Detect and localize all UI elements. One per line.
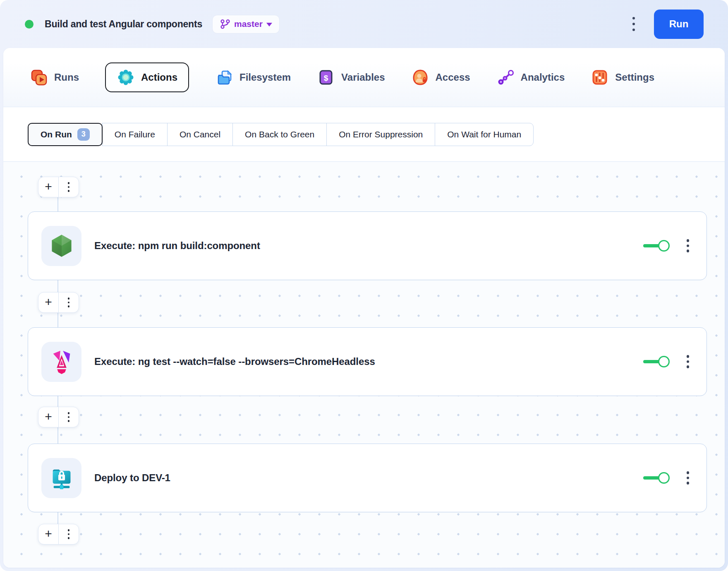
- variables-icon: $: [317, 68, 335, 86]
- plus-icon: +: [45, 410, 52, 423]
- event-tab-on-cancel[interactable]: On Cancel: [167, 123, 233, 146]
- add-action-button[interactable]: +: [38, 407, 58, 427]
- nodejs-icon: [49, 233, 74, 258]
- plus-icon: +: [45, 296, 52, 308]
- tab-access[interactable]: Access: [411, 68, 470, 86]
- event-tab-bar: On Run 3 On Failure On Cancel On Back to…: [3, 107, 725, 162]
- action-card-npm-build[interactable]: Execute: npm run build:component: [28, 211, 707, 280]
- tab-label: Access: [436, 72, 470, 83]
- angular-icon: [49, 349, 74, 374]
- plus-icon: +: [45, 180, 52, 193]
- pipeline-header: Build and test Angular components master…: [0, 0, 728, 48]
- action-enabled-toggle[interactable]: [643, 355, 671, 368]
- git-branch-icon: [220, 19, 230, 29]
- event-tab-label: On Wait for Human: [447, 130, 521, 139]
- add-action-group: +: [38, 407, 79, 427]
- event-tab-on-back-to-green[interactable]: On Back to Green: [232, 123, 327, 146]
- event-tab-label: On Back to Green: [245, 130, 314, 139]
- event-tab-on-wait-for-human[interactable]: On Wait for Human: [435, 123, 534, 146]
- add-action-menu-button[interactable]: [58, 407, 79, 427]
- main-panel: Runs Actions: [3, 48, 725, 568]
- action-controls: [643, 239, 690, 252]
- event-tab-label: On Cancel: [180, 130, 220, 139]
- action-icon-tile: [41, 342, 81, 382]
- tab-actions[interactable]: Actions: [105, 62, 189, 92]
- add-action-menu-button[interactable]: [58, 524, 79, 544]
- tab-settings[interactable]: Settings: [591, 68, 654, 86]
- action-card-ng-test[interactable]: Execute: ng test --watch=false --browser…: [28, 327, 707, 396]
- plus-icon: +: [45, 528, 52, 540]
- pipeline-title: Build and test Angular components: [45, 19, 202, 30]
- event-tab-group: On Run 3 On Failure On Cancel On Back to…: [28, 123, 534, 146]
- access-icon: [411, 68, 429, 86]
- tab-bar: Runs Actions: [3, 48, 725, 107]
- filesystem-icon: [215, 68, 233, 86]
- action-menu-button[interactable]: [687, 355, 690, 368]
- chevron-down-icon: [266, 23, 272, 26]
- add-action-group: +: [38, 292, 79, 313]
- tab-runs[interactable]: Runs: [30, 68, 79, 86]
- pipeline-menu-button[interactable]: [628, 13, 639, 35]
- event-tab-on-error-suppression[interactable]: On Error Suppression: [326, 123, 435, 146]
- add-action-button[interactable]: +: [38, 293, 58, 312]
- branch-name: master: [234, 19, 263, 29]
- add-action-button[interactable]: +: [38, 177, 58, 197]
- event-tab-on-run[interactable]: On Run 3: [28, 123, 103, 146]
- add-action-group: +: [38, 177, 79, 197]
- action-title: Execute: ng test --watch=false --browser…: [94, 356, 643, 367]
- event-tab-label: On Error Suppression: [339, 130, 423, 139]
- actions-icon: [117, 68, 135, 86]
- add-action-group: +: [38, 524, 79, 545]
- action-icon-tile: [41, 226, 81, 266]
- tab-filesystem[interactable]: Filesystem: [215, 68, 291, 86]
- tab-label: Filesystem: [239, 72, 291, 83]
- action-controls: [643, 355, 690, 368]
- run-button[interactable]: Run: [654, 10, 704, 39]
- tab-label: Runs: [54, 72, 79, 83]
- action-icon-tile: [41, 458, 81, 498]
- pipeline-window: Build and test Angular components master…: [0, 0, 728, 571]
- settings-icon: [591, 68, 609, 86]
- tab-analytics[interactable]: Analytics: [496, 68, 565, 86]
- action-card-deploy[interactable]: Deploy to DEV-1: [28, 444, 707, 512]
- tab-label: Analytics: [521, 72, 565, 83]
- action-enabled-toggle[interactable]: [643, 240, 671, 252]
- pipeline-canvas: + Execute: npm run build:component: [3, 162, 725, 568]
- action-controls: [643, 471, 690, 485]
- tab-label: Actions: [141, 72, 177, 83]
- branch-selector[interactable]: master: [212, 15, 280, 34]
- svg-text:$: $: [324, 74, 328, 82]
- on-run-count-badge: 3: [77, 128, 90, 141]
- tab-label: Settings: [615, 72, 654, 83]
- action-enabled-toggle[interactable]: [643, 472, 671, 484]
- add-action-menu-button[interactable]: [58, 177, 79, 197]
- deploy-lock-icon: [49, 465, 74, 490]
- tab-label: Variables: [341, 72, 385, 83]
- analytics-icon: [496, 68, 515, 86]
- event-tab-label: On Run: [41, 130, 72, 139]
- add-action-button[interactable]: +: [38, 524, 58, 544]
- status-dot: [25, 20, 34, 29]
- action-menu-button[interactable]: [687, 471, 690, 485]
- runs-icon: [30, 68, 48, 86]
- event-tab-on-failure[interactable]: On Failure: [102, 123, 168, 146]
- action-menu-button[interactable]: [687, 239, 690, 252]
- tab-variables[interactable]: $ Variables: [317, 68, 385, 86]
- event-tab-label: On Failure: [115, 130, 155, 139]
- action-title: Execute: npm run build:component: [94, 240, 643, 252]
- add-action-menu-button[interactable]: [58, 293, 79, 312]
- action-title: Deploy to DEV-1: [94, 472, 643, 484]
